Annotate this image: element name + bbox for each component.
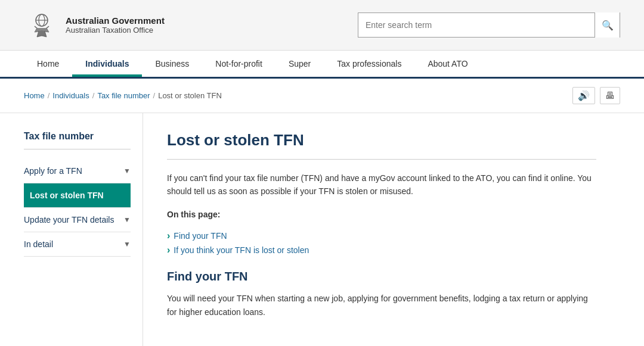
search-input[interactable]	[358, 20, 595, 30]
search-icon: 🔍	[602, 20, 614, 31]
intro-text: If you can't find your tax file number (…	[167, 172, 596, 198]
nav-link-individuals[interactable]: Individuals	[72, 51, 142, 77]
nav-item-about-ato[interactable]: About ATO	[414, 51, 481, 77]
breadcrumb-sep-2: /	[92, 91, 95, 100]
breadcrumb-actions: 🔊 🖶	[572, 87, 620, 104]
sidebar-item-in-detail[interactable]: In detail ▼	[24, 232, 131, 257]
sidebar-item-update-tfn[interactable]: Update your TFN details ▼	[24, 208, 131, 232]
on-this-page-link-find-tfn[interactable]: Find your TFN	[174, 231, 227, 241]
ato-emblem-icon	[24, 7, 60, 43]
nav-link-home[interactable]: Home	[24, 51, 72, 77]
list-item: Find your TFN	[167, 230, 596, 241]
breadcrumb-bar: Home / Individuals / Tax file number / L…	[0, 79, 644, 113]
breadcrumb-tax-file-number[interactable]: Tax file number	[97, 91, 150, 100]
govt-name: Australian Government	[66, 15, 165, 26]
sidebar: Tax file number Apply for a TFN ▼ Lost o…	[24, 113, 143, 346]
on-this-page-list: Find your TFN If you think your TFN is l…	[167, 230, 596, 255]
nav-link-not-for-profit[interactable]: Not-for-profit	[202, 51, 275, 77]
on-this-page-label: On this page:	[167, 208, 596, 221]
breadcrumb-sep-1: /	[48, 91, 50, 100]
print-button[interactable]: 🖶	[600, 87, 620, 104]
main-nav: Home Individuals Business Not-for-profit…	[0, 51, 644, 79]
breadcrumb-individuals[interactable]: Individuals	[52, 91, 89, 100]
breadcrumb: Home / Individuals / Tax file number / L…	[24, 91, 222, 100]
chevron-down-icon: ▼	[123, 167, 131, 175]
site-header: Australian Government Australian Taxatio…	[0, 0, 644, 51]
sidebar-link-apply-for-tfn[interactable]: Apply for a TFN ▼	[24, 159, 131, 183]
nav-item-not-for-profit[interactable]: Not-for-profit	[202, 51, 275, 77]
speaker-icon: 🔊	[578, 91, 590, 101]
nav-link-about-ato[interactable]: About ATO	[414, 51, 481, 77]
sidebar-active-label: Lost or stolen TFN	[24, 183, 131, 207]
nav-item-tax-professionals[interactable]: Tax professionals	[324, 51, 414, 77]
sidebar-link-update-tfn[interactable]: Update your TFN details ▼	[24, 208, 131, 232]
chevron-down-icon-2: ▼	[123, 216, 131, 224]
nav-link-business[interactable]: Business	[142, 51, 202, 77]
main-content: Lost or stolen TFN If you can't find you…	[143, 113, 620, 346]
breadcrumb-current: Lost or stolen TFN	[158, 91, 222, 100]
sidebar-item-lost-or-stolen: Lost or stolen TFN	[24, 183, 131, 208]
nav-link-super[interactable]: Super	[275, 51, 324, 77]
logo-area: Australian Government Australian Taxatio…	[24, 7, 165, 43]
ato-name: Australian Taxation Office	[66, 26, 165, 35]
print-icon: 🖶	[605, 91, 615, 101]
listen-button[interactable]: 🔊	[572, 87, 595, 104]
breadcrumb-sep-3: /	[153, 91, 156, 100]
list-item: If you think your TFN is lost or stolen	[167, 245, 596, 255]
page-title: Lost or stolen TFN	[167, 131, 596, 160]
nav-link-tax-professionals[interactable]: Tax professionals	[324, 51, 414, 77]
sidebar-item-apply-for-tfn[interactable]: Apply for a TFN ▼	[24, 159, 131, 183]
nav-item-super[interactable]: Super	[275, 51, 324, 77]
search-area: 🔍	[358, 13, 620, 38]
breadcrumb-home[interactable]: Home	[24, 91, 45, 100]
search-button[interactable]: 🔍	[595, 13, 620, 38]
sidebar-link-in-detail[interactable]: In detail ▼	[24, 232, 131, 256]
nav-item-home[interactable]: Home	[24, 51, 72, 77]
nav-item-individuals[interactable]: Individuals	[72, 51, 142, 77]
logo-text: Australian Government Australian Taxatio…	[66, 15, 165, 35]
nav-item-business[interactable]: Business	[142, 51, 202, 77]
main-container: Tax file number Apply for a TFN ▼ Lost o…	[0, 113, 644, 346]
section1-text: You will need your TFN when starting a n…	[167, 292, 596, 319]
chevron-down-icon-3: ▼	[123, 240, 131, 248]
section1-heading: Find your TFN	[167, 270, 596, 283]
sidebar-title: Tax file number	[24, 131, 131, 149]
on-this-page-link-lost-stolen[interactable]: If you think your TFN is lost or stolen	[174, 245, 309, 255]
